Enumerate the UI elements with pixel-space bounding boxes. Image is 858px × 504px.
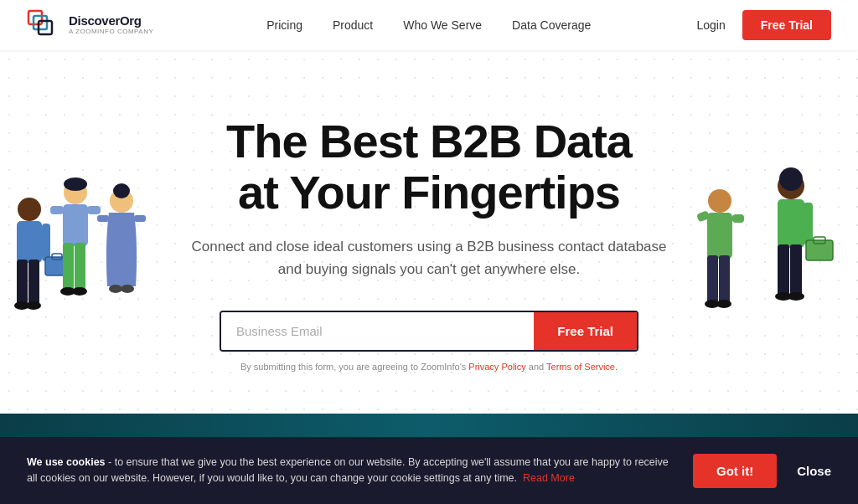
email-input[interactable] — [221, 312, 534, 350]
svg-rect-28 — [707, 213, 732, 259]
svg-rect-0 — [28, 11, 42, 24]
logo-sub-text: A ZoomInfo Company — [69, 28, 153, 36]
svg-rect-9 — [42, 224, 50, 261]
privacy-policy-link[interactable]: Privacy Policy — [468, 362, 525, 372]
free-trial-nav-button[interactable]: Free Trial — [742, 10, 831, 40]
right-figures-svg — [690, 152, 858, 420]
svg-rect-15 — [63, 243, 74, 291]
svg-rect-6 — [28, 260, 39, 306]
svg-rect-5 — [17, 260, 28, 306]
hero-title: The Best B2B Data at Your Fingertips — [186, 116, 672, 219]
svg-point-13 — [64, 177, 87, 191]
logo-icon — [27, 9, 62, 41]
svg-point-8 — [26, 301, 41, 310]
svg-rect-1 — [34, 16, 47, 29]
cookie-text: We use cookies - to ensure that we give … — [27, 455, 673, 486]
svg-rect-39 — [790, 244, 802, 296]
got-it-button[interactable]: Got it! — [693, 454, 777, 488]
hero-content: The Best B2B Data at Your Fingertips Con… — [169, 116, 689, 373]
nav-links: Pricing Product Who We Serve Data Covera… — [161, 18, 696, 32]
svg-rect-37 — [778, 199, 804, 248]
login-button[interactable]: Login — [696, 18, 725, 32]
svg-rect-42 — [803, 203, 813, 244]
free-trial-form-button[interactable]: Free Trial — [534, 312, 637, 350]
email-form: Free Trial — [220, 311, 638, 352]
svg-rect-20 — [87, 206, 101, 214]
svg-point-22 — [113, 183, 130, 198]
svg-rect-24 — [134, 215, 146, 222]
svg-point-3 — [18, 198, 41, 221]
read-more-link[interactable]: Read More — [523, 472, 575, 484]
cookie-bold-text: We use cookies — [27, 456, 106, 468]
svg-rect-38 — [778, 244, 789, 296]
svg-rect-23 — [97, 215, 109, 222]
svg-rect-2 — [39, 21, 52, 34]
nav-link-product[interactable]: Product — [333, 18, 373, 32]
terms-of-service-link[interactable]: Terms of Service. — [546, 362, 618, 372]
svg-rect-16 — [75, 243, 85, 291]
hero-section: The Best B2B Data at Your Fingertips Con… — [0, 50, 858, 454]
nav-right: Login Free Trial — [696, 10, 831, 40]
svg-rect-4 — [17, 221, 42, 263]
svg-rect-14 — [63, 204, 88, 246]
form-disclaimer: By submitting this form, you are agreein… — [186, 362, 672, 372]
illustration-left — [0, 152, 168, 420]
svg-point-25 — [109, 285, 122, 293]
illustration-right — [690, 152, 858, 420]
logo[interactable]: DiscoverOrg A ZoomInfo Company — [27, 9, 161, 41]
svg-point-32 — [716, 300, 731, 308]
svg-rect-30 — [719, 255, 730, 304]
svg-point-18 — [72, 287, 87, 296]
nav-link-pricing[interactable]: Pricing — [266, 18, 302, 32]
logo-main-text: DiscoverOrg — [69, 14, 153, 28]
cookie-banner: We use cookies - to ensure that we give … — [0, 437, 858, 504]
svg-point-41 — [788, 292, 804, 301]
svg-point-36 — [779, 167, 803, 191]
svg-rect-29 — [707, 255, 718, 304]
svg-rect-19 — [50, 206, 64, 214]
navbar: DiscoverOrg A ZoomInfo Company Pricing P… — [0, 0, 858, 50]
svg-point-26 — [121, 285, 134, 293]
svg-point-27 — [708, 189, 731, 213]
hero-subtitle: Connect and close ideal customers using … — [186, 235, 672, 280]
close-cookie-button[interactable]: Close — [797, 464, 831, 478]
left-figures-svg — [0, 152, 168, 420]
nav-link-data-coverage[interactable]: Data Coverage — [512, 18, 591, 32]
nav-link-who-we-serve[interactable]: Who We Serve — [403, 18, 482, 32]
svg-rect-34 — [732, 214, 744, 223]
